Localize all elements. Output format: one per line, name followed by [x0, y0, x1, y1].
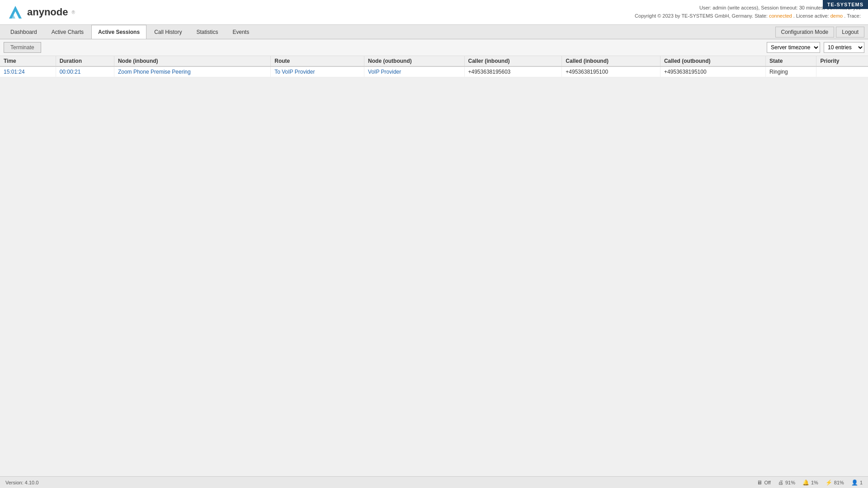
- configuration-mode-button[interactable]: Configuration Mode: [775, 27, 835, 38]
- license-suffix: . Trace:: [844, 13, 861, 19]
- footer: Version: 4.10.0 🖥 Off 🖨 91% 🔔 1% ⚡ 81% 👤…: [0, 476, 868, 488]
- tab-events[interactable]: Events: [226, 25, 256, 39]
- tab-call-history[interactable]: Call History: [147, 25, 189, 39]
- cell-caller-inbound: +4953638195603: [464, 66, 562, 77]
- footer-stat-bell: 🔔 1%: [802, 479, 818, 486]
- col-node-outbound[interactable]: Node (outbound): [364, 56, 464, 66]
- cell-duration: 00:00:21: [56, 66, 114, 77]
- sessions-table-container: Time Duration Node (inbound) Route Node …: [0, 56, 868, 77]
- tab-statistics[interactable]: Statistics: [189, 25, 225, 39]
- cell-time: 15:01:24: [0, 66, 56, 77]
- cell-called-outbound: +4953638195100: [660, 66, 765, 77]
- footer-stat-print: 🖨 91%: [778, 479, 795, 486]
- app-logo-icon: [7, 4, 24, 20]
- version-label: Version: 4.10.0: [5, 480, 38, 485]
- footer-stats: 🖥 Off 🖨 91% 🔔 1% ⚡ 81% 👤 1: [757, 479, 863, 486]
- col-node-inbound[interactable]: Node (inbound): [114, 56, 270, 66]
- entries-select[interactable]: 10 entries 25 entries 50 entries 100 ent…: [824, 42, 864, 53]
- footer-stat-display: 🖥 Off: [757, 479, 770, 486]
- toolbar: Terminate Server timezone Local timezone…: [0, 39, 868, 56]
- tab-active-sessions[interactable]: Active Sessions: [91, 25, 146, 39]
- power-icon: ⚡: [826, 479, 832, 486]
- display-icon: 🖥: [757, 479, 762, 486]
- cell-node-inbound: Zoom Phone Premise Peering: [114, 66, 270, 77]
- navbar: Dashboard Active Charts Active Sessions …: [0, 25, 868, 39]
- tab-active-charts[interactable]: Active Charts: [45, 25, 90, 39]
- bell-icon: 🔔: [802, 479, 809, 486]
- table-header-row: Time Duration Node (inbound) Route Node …: [0, 56, 868, 66]
- copyright: Copyright © 2023 by TE-SYSTEMS GmbH, Ger…: [635, 13, 768, 19]
- cell-state: Ringing: [766, 66, 816, 77]
- print-stat: 91%: [785, 480, 795, 485]
- nav-right: Configuration Mode Logout: [775, 27, 868, 38]
- user-stat: 1: [860, 480, 863, 485]
- footer-stat-user: 👤 1: [851, 479, 863, 486]
- app-name-reg: ®: [71, 10, 75, 15]
- cell-route: To VoIP Provider: [271, 66, 364, 77]
- toolbar-right: Server timezone Local timezone UTC 10 en…: [767, 42, 864, 53]
- bell-stat: 1%: [811, 480, 818, 485]
- power-stat: 81%: [834, 480, 844, 485]
- col-state[interactable]: State: [766, 56, 816, 66]
- col-duration[interactable]: Duration: [56, 56, 114, 66]
- col-route[interactable]: Route: [271, 56, 364, 66]
- logo-area: anynode ®: [7, 4, 75, 20]
- table-row[interactable]: 15:01:24 00:00:21 Zoom Phone Premise Pee…: [0, 66, 868, 77]
- footer-stat-power: ⚡ 81%: [826, 479, 844, 486]
- sessions-table: Time Duration Node (inbound) Route Node …: [0, 56, 868, 77]
- col-called-outbound[interactable]: Called (outbound): [660, 56, 765, 66]
- cell-priority: [816, 66, 868, 77]
- print-icon: 🖨: [778, 479, 783, 486]
- te-systems-badge: TE-SYSTEMS: [823, 0, 868, 9]
- cell-called-inbound: +4953638195100: [562, 66, 660, 77]
- logout-button[interactable]: Logout: [836, 27, 864, 38]
- col-priority[interactable]: Priority: [816, 56, 868, 66]
- col-time[interactable]: Time: [0, 56, 56, 66]
- col-called-inbound[interactable]: Called (inbound): [562, 56, 660, 66]
- license-demo: demo: [830, 13, 843, 19]
- user-icon: 👤: [851, 479, 858, 486]
- app-name: anynode: [27, 6, 68, 18]
- toolbar-left: Terminate: [4, 42, 41, 53]
- cell-node-outbound: VoIP Provider: [364, 66, 464, 77]
- display-stat: Off: [764, 480, 770, 485]
- state-connected: connected: [769, 13, 792, 19]
- state-suffix: . License active:: [793, 13, 829, 19]
- terminate-button[interactable]: Terminate: [4, 42, 41, 53]
- nav-tabs: Dashboard Active Charts Active Sessions …: [4, 25, 257, 39]
- timezone-select[interactable]: Server timezone Local timezone UTC: [767, 42, 820, 53]
- col-caller-inbound[interactable]: Caller (inbound): [464, 56, 562, 66]
- tab-dashboard[interactable]: Dashboard: [4, 25, 44, 39]
